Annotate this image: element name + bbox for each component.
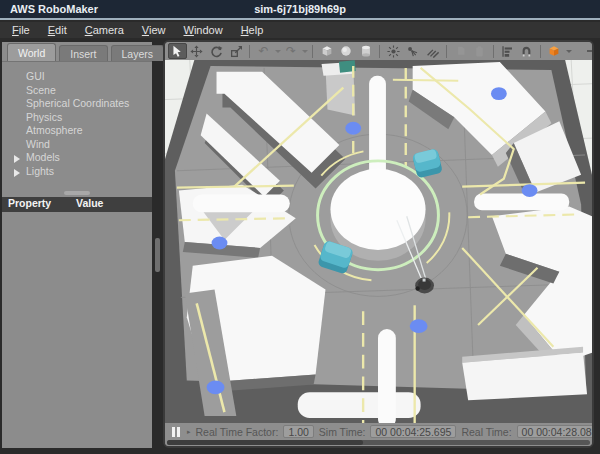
world-tree: GUI Scene Spherical Coordinates Physics … (2, 61, 152, 189)
undo-button[interactable]: ↶ (254, 43, 273, 59)
scrollbar-thumb[interactable] (167, 440, 363, 445)
spot-light-icon (406, 45, 419, 58)
real-time-value: 00 00:04:28.087 (517, 425, 592, 438)
waypoint-3[interactable] (522, 184, 538, 197)
paste-icon (473, 45, 486, 58)
splitter-handle[interactable] (64, 191, 90, 195)
waypoint-6[interactable] (410, 319, 428, 333)
scale-tool-button[interactable] (227, 43, 246, 59)
toolbar-separator (249, 45, 250, 58)
pause-button[interactable] (172, 427, 180, 437)
tab-world[interactable]: World (7, 43, 56, 61)
toolbar-overflow-button[interactable] (587, 50, 592, 52)
gazebo-scene (165, 60, 592, 423)
menu-window[interactable]: Window (176, 23, 231, 37)
step-button[interactable]: ▸ (187, 428, 191, 435)
simulation-viewport: ↶ ↷ (163, 40, 594, 448)
cursor-arrow-icon (171, 45, 184, 58)
waypoint-1[interactable] (345, 122, 361, 135)
redo-history-dropdown[interactable] (302, 50, 308, 53)
value-column-header: Value (76, 197, 103, 212)
menu-edit[interactable]: Edit (40, 23, 75, 37)
view-angle-dropdown[interactable] (566, 50, 572, 53)
tree-item-gui[interactable]: GUI (2, 70, 152, 84)
menu-help[interactable]: Help (233, 23, 272, 37)
waypoint-4[interactable] (212, 237, 228, 250)
copy-button[interactable] (451, 43, 470, 59)
undo-history-dropdown[interactable] (275, 50, 281, 53)
tab-insert[interactable]: Insert (59, 45, 107, 61)
tree-item-lights[interactable]: Lights (2, 165, 152, 179)
point-light-icon (387, 45, 400, 58)
paste-button[interactable] (470, 43, 489, 59)
menu-camera[interactable]: Camera (77, 23, 132, 37)
sphere-icon (339, 44, 353, 58)
align-icon (501, 45, 514, 58)
roboMaker-window: AWS RoboMaker sim-6j71bj89h69p File Edit… (0, 0, 600, 454)
insert-box-button[interactable] (317, 43, 336, 59)
real-time-factor-label: Real Time Factor: (196, 426, 279, 438)
undo-icon: ↶ (259, 45, 269, 57)
directional-light-icon (426, 45, 439, 58)
copy-icon (454, 45, 467, 58)
cylinder-icon (359, 44, 373, 58)
insert-cylinder-button[interactable] (357, 43, 376, 59)
directional-light-button[interactable] (423, 43, 442, 59)
tree-item-spherical-coordinates[interactable]: Spherical Coordinates (2, 97, 152, 111)
redo-button[interactable]: ↷ (282, 43, 301, 59)
3d-scene-canvas[interactable] (165, 60, 592, 423)
rotate-tool-button[interactable] (207, 43, 226, 59)
toolbar-separator (312, 45, 313, 58)
tree-item-models[interactable]: Models (2, 151, 152, 165)
expand-arrow-icon[interactable] (14, 169, 20, 177)
tree-item-scene[interactable]: Scene (2, 84, 152, 98)
time-panel-scrollbar[interactable] (165, 440, 592, 446)
snap-button[interactable] (517, 43, 536, 59)
box-icon (320, 44, 334, 58)
property-column-header: Property (2, 197, 76, 212)
menu-file[interactable]: File (4, 23, 38, 37)
property-table-header: Property Value (2, 197, 152, 212)
align-button[interactable] (498, 43, 517, 59)
panel-tabs: World Insert Layers (2, 42, 152, 61)
select-tool-button[interactable] (168, 43, 187, 59)
translate-tool-button[interactable] (188, 43, 207, 59)
real-time-label: Real Time: (461, 426, 511, 438)
title-bar: AWS RoboMaker sim-6j71bj89h69p (0, 0, 600, 20)
menu-bar: File Edit Camera View Window Help (0, 22, 600, 38)
toolbar-separator (540, 45, 541, 58)
real-time-factor-value[interactable]: 1.00 (283, 425, 313, 438)
expand-arrow-icon[interactable] (14, 155, 20, 163)
sim-time-value: 00 00:04:25.695 (370, 425, 456, 438)
rotate-icon (210, 45, 223, 58)
view-angle-button[interactable] (545, 43, 564, 59)
property-table-body (2, 212, 152, 448)
magnet-icon (520, 45, 533, 58)
toolbar-separator (493, 45, 494, 58)
tree-item-physics[interactable]: Physics (2, 111, 152, 125)
left-panel: World Insert Layers GUI Scene Spherical … (2, 42, 152, 448)
panel-splitter-vertical[interactable] (152, 42, 163, 448)
view-cube-icon (547, 44, 561, 58)
insert-sphere-button[interactable] (337, 43, 356, 59)
redo-icon: ↷ (286, 45, 296, 57)
roundabout-cylinder (330, 169, 425, 250)
spot-light-button[interactable] (404, 43, 423, 59)
toolbar-separator (379, 45, 380, 58)
simulation-title: sim-6j71bj89h69p (0, 3, 600, 15)
tree-item-atmosphere[interactable]: Atmosphere (2, 124, 152, 138)
waypoint-5[interactable] (207, 380, 225, 394)
time-panel: ▸ Real Time Factor: 1.00 Sim Time: 00 00… (165, 423, 592, 446)
viewport-toolbar: ↶ ↷ (165, 42, 592, 60)
sim-time-label: Sim Time: (319, 426, 366, 438)
move-icon (190, 45, 203, 58)
waypoint-2[interactable] (491, 87, 507, 100)
tree-item-wind[interactable]: Wind (2, 138, 152, 152)
toolbar-separator (446, 45, 447, 58)
menu-view[interactable]: View (134, 23, 174, 37)
scale-icon (230, 45, 243, 58)
point-light-button[interactable] (384, 43, 403, 59)
splitter-handle[interactable] (155, 238, 160, 272)
panel-splitter-horizontal[interactable] (2, 189, 152, 197)
